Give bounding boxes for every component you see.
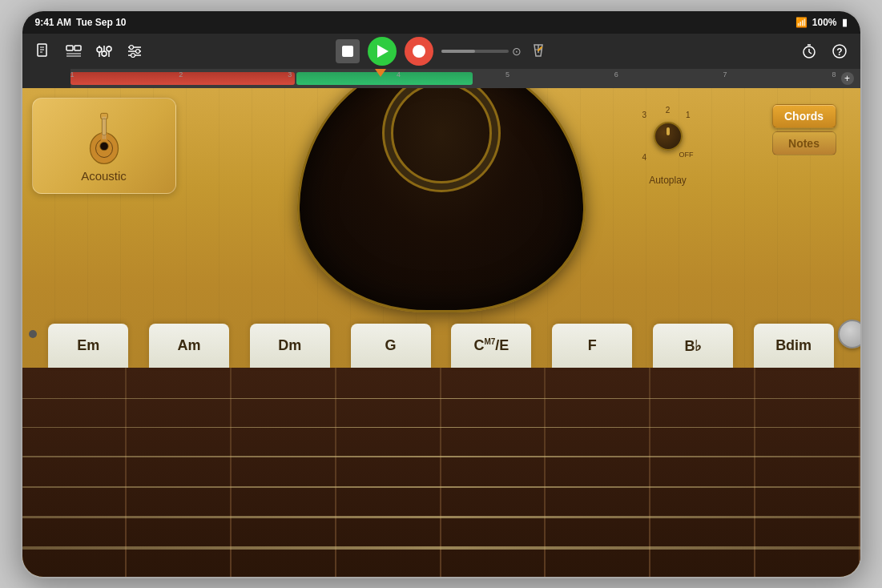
chords-mode-button[interactable]: Chords xyxy=(772,104,836,128)
toolbar: ⊙ xyxy=(22,34,860,69)
autoplay-label: Autoplay xyxy=(649,175,687,186)
chord-bdim[interactable]: Bdim xyxy=(754,324,834,368)
string-4 xyxy=(22,486,860,488)
string-3 xyxy=(22,456,860,457)
mixer-button[interactable] xyxy=(93,40,115,62)
svg-rect-5 xyxy=(75,46,81,50)
chord-em[interactable]: Em xyxy=(48,324,128,368)
chord-cm7e[interactable]: CM7/E xyxy=(451,324,531,368)
autoplay-knob-area: 1 2 3 4 OFF xyxy=(636,104,700,168)
autoplay-label-2: 2 xyxy=(666,106,671,115)
svg-text:?: ? xyxy=(836,46,842,58)
battery-icon: ▮ xyxy=(842,17,848,28)
status-time: 9:41 AM xyxy=(35,17,72,28)
record-icon xyxy=(413,45,425,58)
svg-point-18 xyxy=(135,50,139,54)
fretboard[interactable] xyxy=(22,368,860,578)
new-song-button[interactable] xyxy=(32,40,54,62)
timeline-add-button[interactable]: + xyxy=(841,72,854,85)
help-button[interactable]: ? xyxy=(828,40,851,62)
record-button[interactable] xyxy=(405,37,433,66)
svg-point-17 xyxy=(129,46,133,50)
guitar-strings xyxy=(22,368,860,578)
wifi-icon: 📶 xyxy=(795,17,807,28)
svg-point-19 xyxy=(131,54,135,58)
stop-icon xyxy=(342,46,353,57)
autoplay-knob[interactable] xyxy=(654,122,683,151)
svg-rect-4 xyxy=(66,46,73,50)
metronome-icon xyxy=(530,41,547,62)
instrument-panel[interactable]: Acoustic xyxy=(32,98,176,194)
autoplay-label-1: 1 xyxy=(686,111,691,119)
notes-mode-button[interactable]: Notes xyxy=(772,131,836,155)
string-5 xyxy=(22,516,860,518)
guitar-soundhole xyxy=(297,88,586,312)
svg-line-26 xyxy=(809,52,812,54)
autoplay-label-off: OFF xyxy=(679,151,694,159)
string-6 xyxy=(22,546,860,550)
timeline[interactable]: 12345678 + xyxy=(22,69,860,88)
chord-am[interactable]: Am xyxy=(149,324,229,368)
status-date: Tue Sep 10 xyxy=(76,17,126,28)
settings-button[interactable] xyxy=(123,40,146,62)
chord-dm[interactable]: Dm xyxy=(250,324,330,368)
guitar-area: Acoustic 1 2 3 4 OFF Autoplay Chords xyxy=(22,88,860,578)
play-button[interactable] xyxy=(368,37,397,66)
timeline-numbers: 12345678 xyxy=(70,70,836,79)
timer-button[interactable] xyxy=(798,40,820,62)
play-icon xyxy=(377,45,389,58)
string-2 xyxy=(22,427,860,428)
autoplay-label-3: 3 xyxy=(642,111,647,119)
tempo-slider[interactable] xyxy=(441,50,509,53)
instrument-name: Acoustic xyxy=(81,169,127,183)
chord-f[interactable]: F xyxy=(552,324,632,368)
battery-label: 100% xyxy=(812,17,837,28)
svg-point-12 xyxy=(102,51,107,56)
guitar-icon xyxy=(76,110,132,166)
ipad-frame: 9:41 AM Tue Sep 10 📶 100% ▮ xyxy=(21,10,862,578)
autoplay-panel: 1 2 3 4 OFF Autoplay xyxy=(636,104,700,186)
chord-bb[interactable]: B♭ xyxy=(653,324,733,368)
svg-point-13 xyxy=(107,46,111,51)
autoplay-label-4: 4 xyxy=(642,153,647,162)
status-bar: 9:41 AM Tue Sep 10 📶 100% ▮ xyxy=(22,11,860,34)
chords-row: Em Am Dm G CM7/E F B♭ Bdim xyxy=(22,324,860,368)
stop-button[interactable] xyxy=(336,39,360,63)
svg-point-11 xyxy=(97,47,102,52)
tracks-view-button[interactable] xyxy=(62,40,85,62)
chord-g[interactable]: G xyxy=(351,324,431,368)
timeline-left-panel xyxy=(22,69,70,88)
loop-icon: ⊙ xyxy=(512,45,522,58)
string-1 xyxy=(22,398,860,399)
svg-point-35 xyxy=(99,142,108,151)
playhead xyxy=(375,69,386,77)
mode-buttons: Chords Notes xyxy=(772,104,836,155)
